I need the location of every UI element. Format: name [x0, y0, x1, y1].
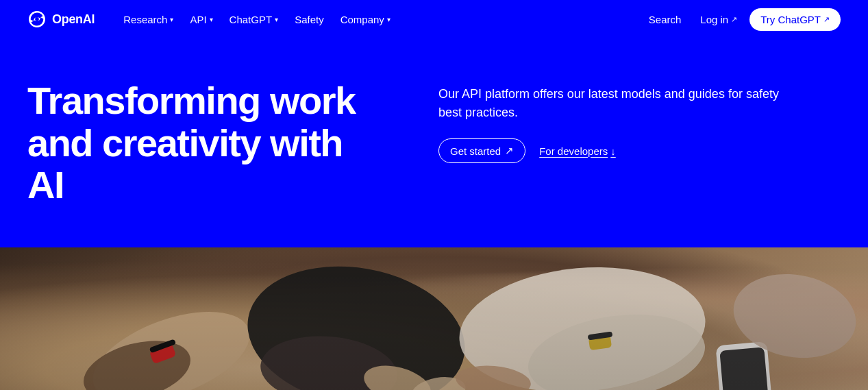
hero-image: [0, 247, 868, 390]
external-link-icon: ↗: [823, 15, 830, 24]
login-link[interactable]: Log in ↗: [693, 10, 744, 29]
search-link[interactable]: Search: [642, 10, 689, 29]
arrow-icon: ↗: [505, 145, 514, 157]
hero-right: Our API platform offers our latest model…: [438, 80, 795, 163]
nav-research[interactable]: Research ▾: [116, 10, 180, 29]
get-started-button[interactable]: Get started ↗: [438, 138, 525, 163]
logo-area[interactable]: OpenAI: [27, 10, 95, 29]
chevron-down-icon: ▾: [275, 16, 278, 23]
navbar: OpenAI Research ▾ API ▾ ChatGPT ▾ Safety…: [0, 0, 868, 38]
photo-gradient-overlay: [0, 247, 868, 390]
arrow-down-icon: ↓: [610, 145, 616, 157]
nav-left: OpenAI Research ▾ API ▾ ChatGPT ▾ Safety…: [27, 10, 397, 29]
hero-section: Transforming work and creativity with AI…: [0, 38, 868, 247]
hero-description: Our API platform offers our latest model…: [438, 85, 795, 122]
openai-logo-icon: [27, 10, 47, 29]
hero-buttons: Get started ↗ For developers ↓: [438, 138, 795, 163]
nav-links: Research ▾ API ▾ ChatGPT ▾ Safety Compan…: [116, 10, 397, 29]
hero-title: Transforming work and creativity with AI: [27, 80, 384, 206]
brand-name: OpenAI: [52, 12, 95, 27]
chevron-down-icon: ▾: [170, 16, 173, 23]
nav-api[interactable]: API ▾: [183, 10, 219, 29]
hero-left: Transforming work and creativity with AI: [27, 80, 384, 206]
nav-chatgpt[interactable]: ChatGPT ▾: [223, 10, 286, 29]
chevron-down-icon: ▾: [387, 16, 390, 23]
external-link-icon: ↗: [731, 15, 737, 24]
nav-right: Search Log in ↗ Try ChatGPT ↗: [642, 8, 841, 31]
nav-safety[interactable]: Safety: [288, 10, 331, 29]
chevron-down-icon: ▾: [210, 16, 213, 23]
for-developers-button[interactable]: For developers ↓: [539, 145, 616, 157]
nav-company[interactable]: Company ▾: [334, 10, 397, 29]
try-chatgpt-button[interactable]: Try ChatGPT ↗: [749, 8, 841, 31]
